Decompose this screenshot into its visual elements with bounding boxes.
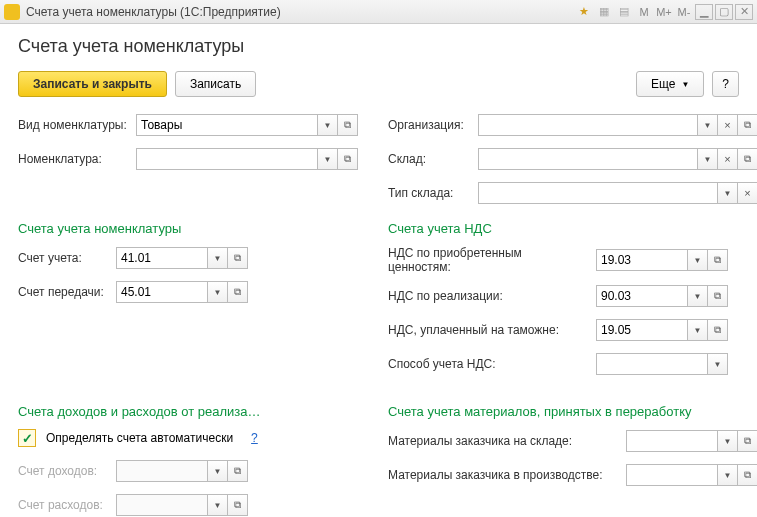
expense-acct-open-button: ⧉ [228, 494, 248, 516]
nds-customs-label: НДС, уплаченный на таможне: [388, 323, 588, 337]
close-icon[interactable]: ✕ [735, 4, 753, 20]
chevron-down-icon: ▼ [681, 80, 689, 89]
income-acct-open-button: ⧉ [228, 460, 248, 482]
nds-purchase-open-button[interactable]: ⧉ [708, 249, 728, 271]
org-dropdown-button[interactable]: ▼ [698, 114, 718, 136]
income-acct-label: Счет доходов: [18, 464, 108, 478]
transfer-dropdown-button[interactable]: ▼ [208, 281, 228, 303]
nds-sales-input[interactable] [596, 285, 688, 307]
org-open-button[interactable]: ⧉ [738, 114, 757, 136]
accounts-title: Счета учета номенклатуры [18, 221, 358, 236]
transfer-open-button[interactable]: ⧉ [228, 281, 248, 303]
app-icon [4, 4, 20, 20]
mat-prod-dropdown-button[interactable]: ▼ [718, 464, 738, 486]
memory-m[interactable]: M [635, 4, 653, 20]
maximize-icon[interactable]: ▢ [715, 4, 733, 20]
window-title: Счета учета номенклатуры (1С:Предприятие… [26, 5, 575, 19]
save-button[interactable]: Записать [175, 71, 256, 97]
more-label: Еще [651, 77, 675, 91]
auto-accounts-help[interactable]: ? [251, 431, 258, 445]
materials-title: Счета учета материалов, принятых в перер… [388, 404, 757, 419]
save-close-button[interactable]: Записать и закрыть [18, 71, 167, 97]
org-clear-button[interactable]: × [718, 114, 738, 136]
memory-mminus[interactable]: M- [675, 4, 693, 20]
org-input[interactable] [478, 114, 698, 136]
kind-dropdown-button[interactable]: ▼ [318, 114, 338, 136]
nds-sales-label: НДС по реализации: [388, 289, 588, 303]
acct-label: Счет учета: [18, 251, 108, 265]
content: Счета учета номенклатуры Записать и закр… [0, 24, 757, 517]
warehouse-input[interactable] [478, 148, 698, 170]
nds-title: Счета учета НДС [388, 221, 757, 236]
mat-prod-input[interactable] [626, 464, 718, 486]
income-title: Счета доходов и расходов от реализа… [18, 404, 358, 419]
nds-method-input[interactable] [596, 353, 708, 375]
nds-customs-input[interactable] [596, 319, 688, 341]
expense-acct-dropdown-button: ▼ [208, 494, 228, 516]
nds-method-label: Способ учета НДС: [388, 357, 588, 371]
kind-label: Вид номенклатуры: [18, 118, 128, 132]
expense-acct-label: Счет расходов: [18, 498, 108, 512]
nds-method-dropdown-button[interactable]: ▼ [708, 353, 728, 375]
acct-open-button[interactable]: ⧉ [228, 247, 248, 269]
kind-input[interactable] [136, 114, 318, 136]
expense-acct-input [116, 494, 208, 516]
acct-dropdown-button[interactable]: ▼ [208, 247, 228, 269]
favorite-icon[interactable]: ★ [575, 4, 593, 20]
mat-prod-label: Материалы заказчика в производстве: [388, 468, 618, 482]
nds-sales-open-button[interactable]: ⧉ [708, 285, 728, 307]
transfer-input[interactable] [116, 281, 208, 303]
warehouse-clear-button[interactable]: × [718, 148, 738, 170]
mat-stock-open-button[interactable]: ⧉ [738, 430, 757, 452]
whtype-input[interactable] [478, 182, 718, 204]
nds-sales-dropdown-button[interactable]: ▼ [688, 285, 708, 307]
whtype-dropdown-button[interactable]: ▼ [718, 182, 738, 204]
nomen-label: Номенклатура: [18, 152, 128, 166]
minimize-icon[interactable]: ▁ [695, 4, 713, 20]
calc-icon[interactable]: ▦ [595, 4, 613, 20]
page-heading: Счета учета номенклатуры [18, 36, 739, 57]
auto-accounts-checkbox[interactable]: ✓ [18, 429, 36, 447]
warehouse-open-button[interactable]: ⧉ [738, 148, 757, 170]
mat-prod-open-button[interactable]: ⧉ [738, 464, 757, 486]
nds-purchase-input[interactable] [596, 249, 688, 271]
nomen-open-button[interactable]: ⧉ [338, 148, 358, 170]
toolbar: Записать и закрыть Записать Еще▼ ? [18, 71, 739, 97]
mat-stock-input[interactable] [626, 430, 718, 452]
income-acct-input [116, 460, 208, 482]
whtype-label: Тип склада: [388, 186, 470, 200]
mat-stock-dropdown-button[interactable]: ▼ [718, 430, 738, 452]
nds-customs-open-button[interactable]: ⧉ [708, 319, 728, 341]
calendar-icon[interactable]: ▤ [615, 4, 633, 20]
whtype-clear-button[interactable]: × [738, 182, 757, 204]
transfer-label: Счет передачи: [18, 285, 108, 299]
nomen-input[interactable] [136, 148, 318, 170]
income-acct-dropdown-button: ▼ [208, 460, 228, 482]
warehouse-dropdown-button[interactable]: ▼ [698, 148, 718, 170]
titlebar-icons: ★ ▦ ▤ M M+ M- ▁ ▢ ✕ [575, 4, 753, 20]
nds-purchase-label: НДС по приобретенным ценностям: [388, 246, 588, 274]
warehouse-label: Склад: [388, 152, 470, 166]
help-button[interactable]: ? [712, 71, 739, 97]
mat-stock-label: Материалы заказчика на складе: [388, 434, 618, 448]
nds-purchase-dropdown-button[interactable]: ▼ [688, 249, 708, 271]
titlebar: Счета учета номенклатуры (1С:Предприятие… [0, 0, 757, 24]
acct-input[interactable] [116, 247, 208, 269]
org-label: Организация: [388, 118, 470, 132]
auto-accounts-label: Определять счета автоматически [46, 431, 233, 445]
nds-customs-dropdown-button[interactable]: ▼ [688, 319, 708, 341]
memory-mplus[interactable]: M+ [655, 4, 673, 20]
kind-open-button[interactable]: ⧉ [338, 114, 358, 136]
nomen-dropdown-button[interactable]: ▼ [318, 148, 338, 170]
more-button[interactable]: Еще▼ [636, 71, 704, 97]
